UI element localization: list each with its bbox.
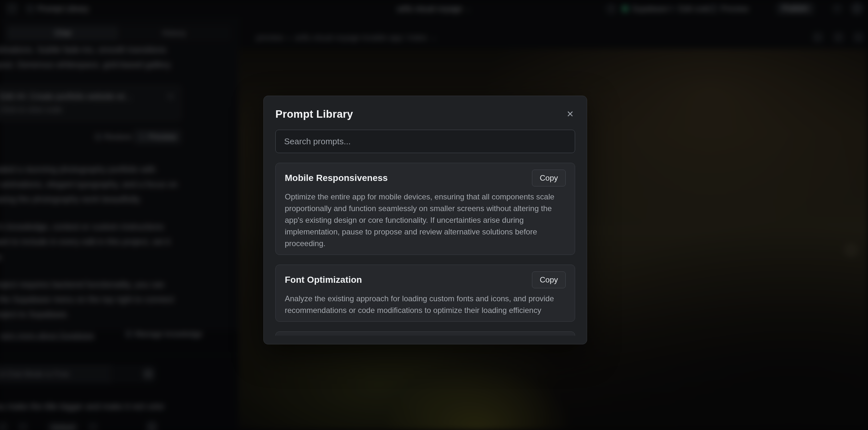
prompt-card-mobile-responsiveness[interactable]: Mobile Responsiveness Copy Optimize the … (275, 163, 575, 255)
modal-title: Prompt Library (275, 108, 353, 120)
copy-button[interactable]: Copy (532, 170, 566, 186)
prompt-title: Font Optimization (285, 275, 362, 285)
close-icon[interactable]: ✕ (565, 109, 575, 120)
modal-header: Prompt Library ✕ (275, 107, 575, 121)
prompt-list: Mobile Responsiveness Copy Optimize the … (275, 163, 575, 336)
search-input[interactable] (275, 130, 575, 153)
prompt-description: Analyze the existing approach for loadin… (285, 293, 566, 316)
prompt-title: Mobile Responsiveness (285, 173, 388, 183)
prompt-card-partial[interactable] (275, 331, 575, 336)
prompt-description: Optimize the entire app for mobile devic… (285, 191, 566, 249)
prompt-card-font-optimization[interactable]: Font Optimization Copy Analyze the exist… (275, 265, 575, 322)
copy-button[interactable]: Copy (532, 271, 566, 288)
app-screen: Prompt Library artfu visual voyage ⌄ Sup… (0, 0, 868, 430)
prompt-library-modal: Prompt Library ✕ Mobile Responsiveness C… (264, 96, 587, 344)
